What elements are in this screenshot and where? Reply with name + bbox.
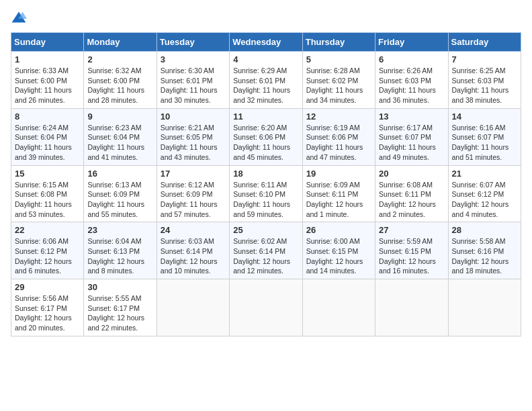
calendar-cell: 26Sunrise: 6:00 AM Sunset: 6:15 PM Dayli… (302, 222, 375, 279)
day-number: 13 (379, 111, 444, 122)
calendar-week-row: 22Sunrise: 6:06 AM Sunset: 6:12 PM Dayli… (11, 222, 521, 279)
day-number: 14 (452, 111, 517, 122)
day-number: 1 (15, 54, 80, 64)
calendar-cell: 14Sunrise: 6:16 AM Sunset: 6:07 PM Dayli… (448, 108, 521, 165)
calendar-cell: 15Sunrise: 6:15 AM Sunset: 6:08 PM Dayli… (11, 165, 84, 222)
day-info: Sunrise: 6:11 AM Sunset: 6:10 PM Dayligh… (233, 180, 298, 220)
calendar-cell (230, 279, 302, 336)
day-header-thursday: Thursday (302, 33, 375, 52)
day-number: 17 (161, 169, 226, 179)
day-number: 24 (161, 225, 226, 235)
calendar-cell: 20Sunrise: 6:08 AM Sunset: 6:11 PM Dayli… (375, 165, 448, 222)
calendar-cell (375, 279, 448, 336)
calendar-table: SundayMondayTuesdayWednesdayThursdayFrid… (11, 32, 521, 336)
calendar-cell (302, 279, 375, 336)
calendar-cell: 19Sunrise: 6:09 AM Sunset: 6:11 PM Dayli… (302, 165, 375, 222)
day-number: 3 (161, 54, 226, 64)
day-info: Sunrise: 6:20 AM Sunset: 6:06 PM Dayligh… (233, 123, 298, 163)
day-number: 22 (15, 225, 80, 235)
calendar-cell: 4Sunrise: 6:29 AM Sunset: 6:01 PM Daylig… (230, 52, 302, 109)
calendar-cell: 1Sunrise: 6:33 AM Sunset: 6:00 PM Daylig… (11, 52, 84, 109)
calendar-week-row: 29Sunrise: 5:56 AM Sunset: 6:17 PM Dayli… (11, 279, 521, 336)
calendar-week-row: 8Sunrise: 6:24 AM Sunset: 6:04 PM Daylig… (11, 108, 521, 165)
calendar-week-row: 1Sunrise: 6:33 AM Sunset: 6:00 PM Daylig… (11, 52, 521, 109)
day-number: 8 (15, 111, 80, 122)
day-number: 23 (87, 225, 152, 235)
day-header-friday: Friday (375, 33, 448, 52)
day-number: 6 (379, 54, 444, 64)
calendar-week-row: 15Sunrise: 6:15 AM Sunset: 6:08 PM Dayli… (11, 165, 521, 222)
calendar-cell: 17Sunrise: 6:12 AM Sunset: 6:09 PM Dayli… (157, 165, 229, 222)
day-info: Sunrise: 5:56 AM Sunset: 6:17 PM Dayligh… (15, 293, 80, 333)
day-info: Sunrise: 6:19 AM Sunset: 6:06 PM Dayligh… (306, 123, 371, 163)
day-info: Sunrise: 6:16 AM Sunset: 6:07 PM Dayligh… (452, 123, 517, 163)
day-number: 21 (452, 169, 517, 179)
calendar-cell: 27Sunrise: 5:59 AM Sunset: 6:15 PM Dayli… (375, 222, 448, 279)
calendar-cell: 10Sunrise: 6:21 AM Sunset: 6:05 PM Dayli… (157, 108, 229, 165)
calendar-cell: 24Sunrise: 6:03 AM Sunset: 6:14 PM Dayli… (157, 222, 229, 279)
day-number: 25 (233, 225, 298, 235)
day-info: Sunrise: 6:02 AM Sunset: 6:14 PM Dayligh… (233, 236, 298, 276)
calendar-cell: 23Sunrise: 6:04 AM Sunset: 6:13 PM Dayli… (84, 222, 157, 279)
day-header-saturday: Saturday (448, 33, 521, 52)
calendar-header-row: SundayMondayTuesdayWednesdayThursdayFrid… (11, 33, 521, 52)
day-info: Sunrise: 6:32 AM Sunset: 6:00 PM Dayligh… (87, 66, 152, 105)
calendar-cell: 5Sunrise: 6:28 AM Sunset: 6:02 PM Daylig… (302, 52, 375, 109)
day-info: Sunrise: 6:26 AM Sunset: 6:03 PM Dayligh… (379, 66, 444, 105)
calendar-cell: 11Sunrise: 6:20 AM Sunset: 6:06 PM Dayli… (230, 108, 302, 165)
calendar-cell: 30Sunrise: 5:55 AM Sunset: 6:17 PM Dayli… (84, 279, 157, 336)
day-info: Sunrise: 6:29 AM Sunset: 6:01 PM Dayligh… (233, 66, 298, 105)
day-header-tuesday: Tuesday (157, 33, 229, 52)
calendar-cell: 8Sunrise: 6:24 AM Sunset: 6:04 PM Daylig… (11, 108, 84, 165)
calendar-cell (157, 279, 229, 336)
calendar-cell: 28Sunrise: 5:58 AM Sunset: 6:16 PM Dayli… (448, 222, 521, 279)
day-info: Sunrise: 6:07 AM Sunset: 6:12 PM Dayligh… (452, 180, 517, 220)
calendar-cell: 9Sunrise: 6:23 AM Sunset: 6:04 PM Daylig… (84, 108, 157, 165)
day-number: 18 (233, 169, 298, 179)
day-number: 30 (87, 282, 152, 292)
day-info: Sunrise: 6:04 AM Sunset: 6:13 PM Dayligh… (87, 236, 152, 276)
logo-icon (11, 11, 27, 27)
day-number: 5 (306, 54, 371, 64)
day-header-monday: Monday (84, 33, 157, 52)
calendar-cell: 2Sunrise: 6:32 AM Sunset: 6:00 PM Daylig… (84, 52, 157, 109)
day-info: Sunrise: 6:09 AM Sunset: 6:11 PM Dayligh… (306, 180, 371, 220)
day-info: Sunrise: 6:12 AM Sunset: 6:09 PM Dayligh… (161, 180, 226, 220)
day-number: 29 (15, 282, 80, 292)
day-number: 10 (161, 111, 226, 122)
day-number: 27 (379, 225, 444, 235)
day-info: Sunrise: 6:30 AM Sunset: 6:01 PM Dayligh… (161, 66, 226, 105)
day-info: Sunrise: 5:55 AM Sunset: 6:17 PM Dayligh… (87, 293, 152, 333)
day-number: 7 (452, 54, 517, 64)
day-number: 2 (87, 54, 152, 64)
day-info: Sunrise: 6:28 AM Sunset: 6:02 PM Dayligh… (306, 66, 371, 105)
day-info: Sunrise: 6:33 AM Sunset: 6:00 PM Dayligh… (15, 66, 80, 105)
day-number: 9 (87, 111, 152, 122)
calendar-cell: 22Sunrise: 6:06 AM Sunset: 6:12 PM Dayli… (11, 222, 84, 279)
calendar-cell: 7Sunrise: 6:25 AM Sunset: 6:03 PM Daylig… (448, 52, 521, 109)
calendar-cell: 6Sunrise: 6:26 AM Sunset: 6:03 PM Daylig… (375, 52, 448, 109)
logo (11, 11, 30, 27)
day-header-sunday: Sunday (11, 33, 84, 52)
day-info: Sunrise: 6:24 AM Sunset: 6:04 PM Dayligh… (15, 123, 80, 163)
calendar-cell: 3Sunrise: 6:30 AM Sunset: 6:01 PM Daylig… (157, 52, 229, 109)
day-number: 4 (233, 54, 298, 64)
calendar-cell: 13Sunrise: 6:17 AM Sunset: 6:07 PM Dayli… (375, 108, 448, 165)
day-info: Sunrise: 6:23 AM Sunset: 6:04 PM Dayligh… (87, 123, 152, 163)
day-info: Sunrise: 6:17 AM Sunset: 6:07 PM Dayligh… (379, 123, 444, 163)
calendar-cell: 25Sunrise: 6:02 AM Sunset: 6:14 PM Dayli… (230, 222, 302, 279)
day-number: 26 (306, 225, 371, 235)
day-number: 16 (87, 169, 152, 179)
day-info: Sunrise: 6:06 AM Sunset: 6:12 PM Dayligh… (15, 236, 80, 276)
day-info: Sunrise: 5:59 AM Sunset: 6:15 PM Dayligh… (379, 236, 444, 276)
day-info: Sunrise: 6:00 AM Sunset: 6:15 PM Dayligh… (306, 236, 371, 276)
calendar-cell: 18Sunrise: 6:11 AM Sunset: 6:10 PM Dayli… (230, 165, 302, 222)
day-number: 15 (15, 169, 80, 179)
day-info: Sunrise: 6:15 AM Sunset: 6:08 PM Dayligh… (15, 180, 80, 220)
calendar-cell: 12Sunrise: 6:19 AM Sunset: 6:06 PM Dayli… (302, 108, 375, 165)
day-info: Sunrise: 6:03 AM Sunset: 6:14 PM Dayligh… (161, 236, 226, 276)
calendar-cell: 16Sunrise: 6:13 AM Sunset: 6:09 PM Dayli… (84, 165, 157, 222)
day-header-wednesday: Wednesday (230, 33, 302, 52)
calendar-cell: 21Sunrise: 6:07 AM Sunset: 6:12 PM Dayli… (448, 165, 521, 222)
day-number: 28 (452, 225, 517, 235)
